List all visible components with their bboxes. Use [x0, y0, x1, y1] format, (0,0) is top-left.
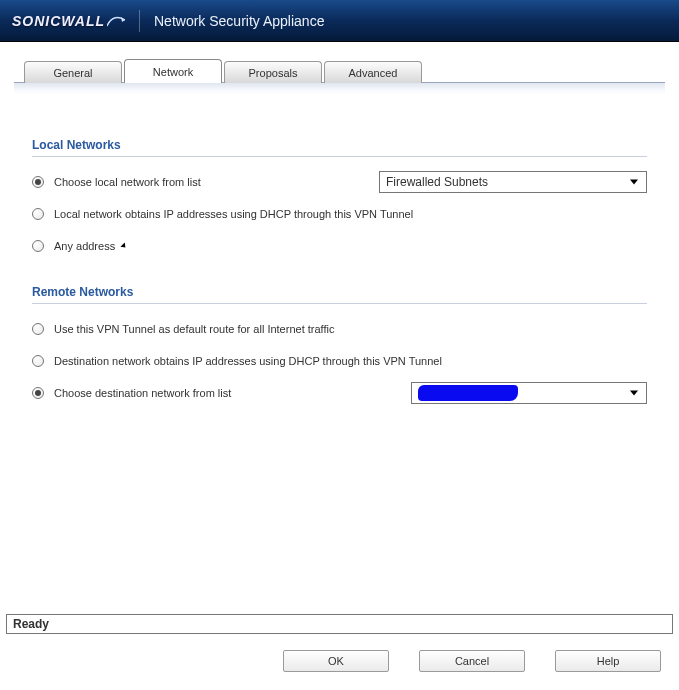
remote-network-select[interactable]	[411, 382, 647, 404]
app-header: SONICWALL Network Security Appliance	[0, 0, 679, 42]
status-text: Ready	[13, 617, 49, 631]
section-divider	[32, 156, 647, 157]
select-value-redacted	[418, 385, 518, 401]
chevron-down-icon	[630, 180, 638, 185]
radio-label: Choose destination network from list	[54, 387, 231, 399]
radio-label: Choose local network from list	[54, 176, 201, 188]
local-network-select[interactable]: Firewalled Subnets	[379, 171, 647, 193]
remote-networks-title: Remote Networks	[32, 285, 647, 299]
chevron-down-icon	[630, 391, 638, 396]
radio-local-dhcp[interactable]	[32, 208, 44, 220]
radio-label: Use this VPN Tunnel as default route for…	[54, 323, 334, 335]
radio-remote-from-list[interactable]	[32, 387, 44, 399]
local-option-row-2: Any address	[32, 235, 647, 257]
radio-label: Local network obtains IP addresses using…	[54, 208, 413, 220]
content-area: Local Networks Choose local network from…	[0, 94, 679, 404]
local-option-row-0: Choose local network from list Firewalle…	[32, 171, 647, 193]
tab-underline	[14, 82, 665, 94]
status-bar: Ready	[6, 614, 673, 634]
radio-remote-default-route[interactable]	[32, 323, 44, 335]
tab-proposals[interactable]: Proposals	[224, 61, 322, 83]
tab-general[interactable]: General	[24, 61, 122, 83]
radio-label: Destination network obtains IP addresses…	[54, 355, 442, 367]
radio-label: Any address	[54, 240, 115, 252]
cancel-button[interactable]: Cancel	[419, 650, 525, 672]
remote-option-row-2: Choose destination network from list	[32, 382, 647, 404]
caret-icon	[121, 242, 128, 249]
radio-remote-dhcp[interactable]	[32, 355, 44, 367]
help-button[interactable]: Help	[555, 650, 661, 672]
button-bar: OK Cancel Help	[283, 650, 661, 672]
remote-option-row-1: Destination network obtains IP addresses…	[32, 350, 647, 372]
tab-advanced[interactable]: Advanced	[324, 61, 422, 83]
brand-logo: SONICWALL	[12, 10, 140, 32]
page-title: Network Security Appliance	[140, 13, 324, 29]
remote-option-row-0: Use this VPN Tunnel as default route for…	[32, 318, 647, 340]
sonicwall-swoosh-icon	[107, 15, 125, 27]
tab-network[interactable]: Network	[124, 59, 222, 83]
radio-local-from-list[interactable]	[32, 176, 44, 188]
tab-bar: General Network Proposals Advanced	[24, 58, 679, 82]
brand-text: SONICWALL	[12, 10, 105, 32]
section-divider	[32, 303, 647, 304]
local-option-row-1: Local network obtains IP addresses using…	[32, 203, 647, 225]
ok-button[interactable]: OK	[283, 650, 389, 672]
local-networks-title: Local Networks	[32, 138, 647, 152]
select-value: Firewalled Subnets	[386, 175, 488, 189]
radio-local-any[interactable]	[32, 240, 44, 252]
